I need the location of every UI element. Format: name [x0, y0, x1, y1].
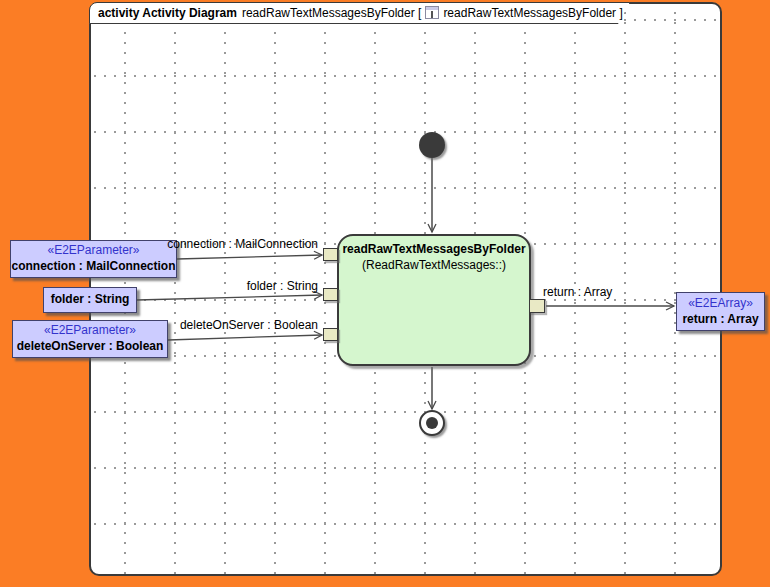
output-pin-return[interactable] [529, 299, 545, 313]
initial-node[interactable] [419, 132, 445, 158]
edge-label-connection[interactable]: connection : MailConnection [167, 237, 318, 251]
stereotype-label: «E2EArray» [688, 296, 753, 312]
edge-label-folder[interactable]: folder : String [247, 279, 318, 293]
frame-ref-name: readRawTextMessagesByFolder ] [443, 6, 622, 20]
input-pin-deleteOnServer[interactable] [323, 328, 338, 341]
activity-final-dot [426, 417, 438, 429]
frame-diagram-name: readRawTextMessagesByFolder [ [242, 6, 421, 20]
param-name: connection : MailConnection [12, 259, 176, 275]
stereotype-label: «E2EParameter» [47, 243, 139, 259]
frame-tab-label: activity Activity DiagramreadRawTextMess… [98, 6, 623, 20]
diagram-window: activity Activity DiagramreadRawTextMess… [0, 0, 770, 587]
stereotype-label: «E2EParameter» [44, 323, 136, 339]
edge-label-return[interactable]: return : Array [543, 285, 612, 299]
activity-node[interactable]: readRawTextMessagesByFolder (ReadRawText… [337, 234, 531, 366]
param-box-deleteOnServer[interactable]: «E2EParameter» deleteOnServer : Boolean [12, 320, 168, 358]
frame-keyword: activity Activity Diagram [98, 6, 237, 20]
activity-diagram-icon [425, 6, 439, 19]
param-name: return : Array [682, 312, 758, 328]
param-box-return[interactable]: «E2EArray» return : Array [676, 292, 765, 331]
input-pin-connection[interactable] [323, 248, 338, 261]
param-box-connection[interactable]: «E2EParameter» connection : MailConnecti… [10, 240, 177, 278]
param-name: deleteOnServer : Boolean [17, 339, 164, 355]
edge-label-deleteOnServer[interactable]: deleteOnServer : Boolean [180, 318, 318, 332]
param-box-folder[interactable]: folder : String [43, 287, 137, 313]
input-pin-folder[interactable] [323, 288, 338, 301]
activity-node-qualifier: (ReadRawTextMessages::) [339, 258, 529, 272]
param-name: folder : String [51, 292, 130, 308]
activity-node-title: readRawTextMessagesByFolder [342, 242, 526, 256]
activity-final-node[interactable] [419, 410, 445, 436]
